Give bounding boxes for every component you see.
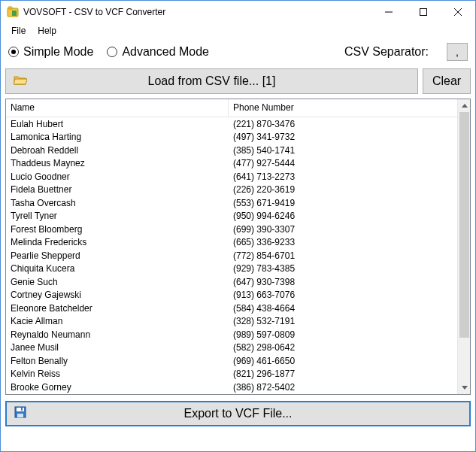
- cell-name: Kelvin Reiss: [6, 369, 229, 379]
- scroll-up-arrow[interactable]: [458, 99, 471, 112]
- cell-name: Tyrell Tyner: [6, 211, 229, 221]
- cell-name: Janee Musil: [6, 342, 229, 353]
- cell-phone: (497) 341-9732: [229, 132, 457, 142]
- table-row[interactable]: Chiquita Kucera(929) 783-4385: [6, 262, 457, 276]
- cell-name: Tasha Overcash: [6, 198, 229, 208]
- cell-name: Thaddeus Maynez: [6, 158, 229, 168]
- close-button[interactable]: [441, 1, 475, 23]
- table-row[interactable]: Cortney Gajewski(913) 663-7076: [6, 289, 457, 302]
- cell-name: Fidela Buettner: [6, 184, 229, 195]
- cell-name: Felton Benally: [6, 356, 229, 366]
- cell-phone: (665) 336-9233: [229, 237, 457, 247]
- svg-rect-2: [12, 11, 17, 16]
- cell-phone: (477) 927-5444: [229, 158, 457, 168]
- cell-phone: (913) 663-7076: [229, 290, 457, 300]
- table-row[interactable]: Felton Benally(969) 461-6650: [6, 354, 457, 368]
- cell-name: Genie Such: [6, 277, 229, 287]
- table-row[interactable]: Reynaldo Neumann(989) 597-0809: [6, 328, 457, 341]
- export-toolbar: Export to VCF File...: [5, 401, 471, 426]
- cell-phone: (929) 783-4385: [229, 263, 457, 274]
- cell-phone: (821) 296-1877: [229, 369, 457, 379]
- menu-help[interactable]: Help: [32, 24, 62, 38]
- load-toolbar: Load from CSV file... [1] Clear: [1, 65, 475, 97]
- cell-phone: (584) 438-4664: [229, 303, 457, 314]
- list-header: Name Phone Number: [6, 99, 457, 117]
- radio-label: Advanced Mode: [122, 45, 209, 59]
- titlebar[interactable]: VOVSOFT - CSV to VCF Converter: [1, 1, 475, 23]
- cell-name: Melinda Fredericks: [6, 237, 229, 247]
- table-row[interactable]: Melinda Fredericks(665) 336-9233: [6, 236, 457, 250]
- window-title: VOVSOFT - CSV to VCF Converter: [23, 7, 165, 17]
- clear-button[interactable]: Clear: [423, 68, 471, 94]
- cell-phone: (221) 870-3476: [229, 119, 457, 129]
- cell-phone: (699) 390-3307: [229, 224, 457, 235]
- save-icon: [14, 406, 26, 421]
- radio-advanced-mode[interactable]: Advanced Mode: [107, 45, 209, 59]
- cell-phone: (772) 854-6701: [229, 250, 457, 261]
- maximize-button[interactable]: [406, 1, 441, 23]
- cell-name: Brooke Gorney: [6, 382, 229, 393]
- folder-open-icon: [14, 74, 27, 88]
- cell-name: Chiquita Kucera: [6, 263, 229, 274]
- menubar: File Help: [1, 23, 475, 38]
- cell-name: Lucio Goodner: [6, 171, 229, 182]
- table-row[interactable]: Genie Such(647) 930-7398: [6, 275, 457, 289]
- cell-name: Eulah Hubert: [6, 119, 229, 129]
- load-csv-button[interactable]: Load from CSV file... [1]: [5, 68, 418, 94]
- cell-phone: (226) 220-3619: [229, 184, 457, 195]
- svg-rect-8: [17, 408, 24, 411]
- svg-rect-4: [420, 9, 427, 16]
- cell-name: Cortney Gajewski: [6, 290, 229, 300]
- csv-separator-label: CSV Separator:: [344, 45, 429, 59]
- vertical-scrollbar[interactable]: [457, 99, 470, 394]
- cell-name: Kacie Allman: [6, 316, 229, 326]
- cell-phone: (385) 540-1741: [229, 145, 457, 156]
- minimize-button[interactable]: [371, 1, 406, 23]
- cell-phone: (647) 930-7398: [229, 277, 457, 287]
- table-row[interactable]: Fidela Buettner(226) 220-3619: [6, 184, 457, 197]
- csv-separator-input[interactable]: [447, 43, 468, 61]
- cell-phone: (328) 532-7191: [229, 316, 457, 326]
- table-row[interactable]: Kelvin Reiss(821) 296-1877: [6, 368, 457, 381]
- cell-name: Forest Bloomberg: [6, 224, 229, 235]
- table-row[interactable]: Debroah Reddell(385) 540-1741: [6, 144, 457, 157]
- contacts-list: Name Phone Number Eulah Hubert(221) 870-…: [5, 99, 471, 395]
- svg-rect-1: [8, 7, 12, 9]
- table-row[interactable]: Kacie Allman(328) 532-7191: [6, 315, 457, 329]
- cell-phone: (641) 713-2273: [229, 171, 457, 182]
- table-row[interactable]: Thaddeus Maynez(477) 927-5444: [6, 157, 457, 171]
- app-icon: [7, 6, 19, 18]
- table-row[interactable]: Tyrell Tyner(950) 994-6246: [6, 210, 457, 223]
- table-row[interactable]: Forest Bloomberg(699) 390-3307: [6, 223, 457, 236]
- cell-name: Eleonore Batchelder: [6, 303, 229, 314]
- table-row[interactable]: Janee Musil(582) 298-0642: [6, 341, 457, 355]
- table-row[interactable]: Eulah Hubert(221) 870-3476: [6, 117, 457, 131]
- column-header-name[interactable]: Name: [6, 99, 229, 117]
- table-row[interactable]: Lucio Goodner(641) 713-2273: [6, 170, 457, 184]
- table-row[interactable]: Pearlie Shepperd(772) 854-6701: [6, 249, 457, 262]
- radio-label: Simple Mode: [23, 45, 93, 59]
- cell-name: Pearlie Shepperd: [6, 250, 229, 261]
- load-csv-label: Load from CSV file... [1]: [148, 74, 276, 88]
- scrollbar-thumb[interactable]: [459, 112, 469, 338]
- table-row[interactable]: Eleonore Batchelder(584) 438-4664: [6, 302, 457, 315]
- clear-label: Clear: [432, 74, 461, 88]
- table-row[interactable]: Tasha Overcash(553) 671-9419: [6, 196, 457, 210]
- cell-phone: (386) 872-5402: [229, 382, 457, 393]
- mode-toolbar: Simple Mode Advanced Mode CSV Separator:: [1, 38, 475, 65]
- scroll-down-arrow[interactable]: [458, 381, 471, 394]
- radio-icon: [107, 47, 117, 57]
- table-row[interactable]: Brooke Gorney(386) 872-5402: [6, 381, 457, 394]
- svg-rect-9: [17, 414, 23, 417]
- export-vcf-button[interactable]: Export to VCF File...: [5, 401, 471, 426]
- mode-radio-group: Simple Mode Advanced Mode: [8, 45, 209, 59]
- column-header-phone[interactable]: Phone Number: [229, 99, 457, 117]
- cell-phone: (553) 671-9419: [229, 198, 457, 208]
- export-label: Export to VCF File...: [183, 407, 292, 420]
- cell-phone: (950) 994-6246: [229, 211, 457, 221]
- radio-simple-mode[interactable]: Simple Mode: [8, 45, 93, 59]
- menu-file[interactable]: File: [5, 24, 32, 38]
- table-row[interactable]: Lamonica Harting(497) 341-9732: [6, 131, 457, 144]
- cell-phone: (969) 461-6650: [229, 356, 457, 366]
- cell-name: Reynaldo Neumann: [6, 329, 229, 340]
